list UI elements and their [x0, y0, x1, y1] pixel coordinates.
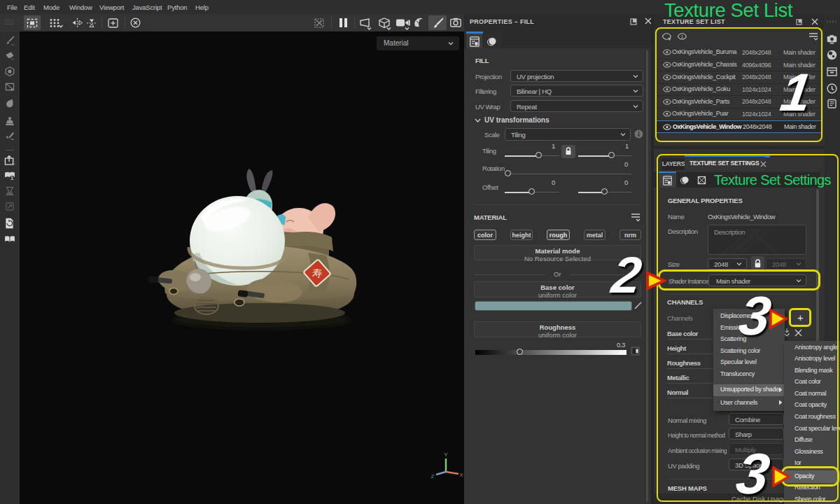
svg-text:X: X — [459, 472, 463, 478]
svg-text:寿: 寿 — [312, 267, 322, 279]
svg-text:1: 1 — [10, 176, 13, 181]
svg-text:Y: Y — [444, 451, 448, 458]
svg-text:Z: Z — [431, 473, 435, 479]
